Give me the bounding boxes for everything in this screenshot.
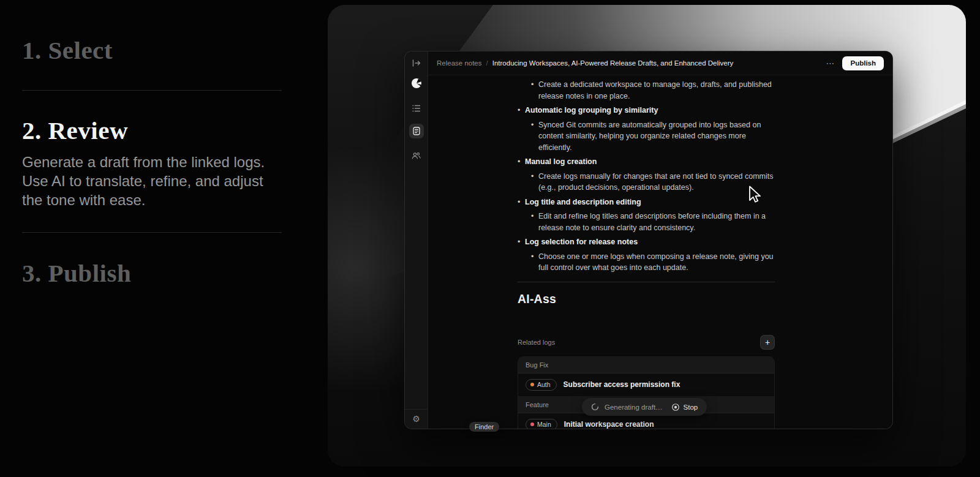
bullet-text: Log selection for release notes (525, 236, 638, 248)
step-divider (22, 232, 282, 233)
log-title: Subscriber access permission fix (564, 380, 680, 389)
page-canvas: 1. Select 2. Review Generate a draft fro… (0, 0, 980, 477)
step-2-heading: 2. Review (22, 116, 128, 145)
tag-label: Main (537, 421, 551, 428)
breadcrumb-section[interactable]: Release notes (437, 59, 482, 67)
bullet-marker: • (518, 156, 525, 168)
tag-color-dot (530, 423, 534, 426)
bullet-text: Create logs manually for changes that ar… (538, 171, 775, 193)
step-3-heading: 3. Publish (22, 258, 131, 288)
window-main: Release notes / Introducing Workspaces, … (428, 51, 892, 429)
breadcrumb-separator: / (486, 59, 488, 67)
step-1-heading: 1. Select (22, 36, 113, 65)
bullet-item: •Synced Git commits are automatically gr… (531, 119, 775, 154)
stop-icon (671, 403, 680, 411)
bullet-marker: • (531, 171, 538, 193)
bullet-marker: • (531, 251, 538, 274)
bullet-item: •Log selection for release notes (518, 236, 775, 248)
window-topbar: Release notes / Introducing Workspaces, … (428, 51, 892, 75)
bullet-text: Log title and description editing (525, 197, 641, 208)
bullet-marker: • (531, 211, 538, 233)
more-options-icon[interactable]: ⋯ (826, 60, 835, 66)
bullet-text: Synced Git commits are automatically gro… (538, 119, 775, 154)
add-log-button[interactable]: + (760, 335, 775, 350)
bullet-text: Edit and refine log titles and descripti… (538, 211, 775, 233)
stop-button[interactable]: Stop (671, 403, 698, 411)
feature-bullet-list: •Create a dedicated workspace to manage … (518, 75, 775, 274)
sidebar-rail: ⚙ (405, 51, 428, 429)
sidebar-expand-icon[interactable] (409, 56, 424, 70)
settings-gear-icon[interactable]: ⚙ (412, 415, 420, 423)
bullet-item: •Automatic log grouping by similarity (518, 105, 775, 116)
document-body: •Create a dedicated workspace to manage … (518, 75, 775, 429)
related-logs-label: Related logs (518, 339, 555, 346)
bullet-item: •Edit and refine log titles and descript… (531, 211, 775, 233)
bullet-item: •Create logs manually for changes that a… (531, 171, 775, 193)
bullet-marker: • (518, 197, 525, 208)
bullet-marker: • (531, 119, 538, 154)
mouse-cursor-icon (748, 186, 764, 206)
log-group-header: Bug Fix (518, 357, 774, 374)
section-heading: AI-Ass (518, 292, 775, 306)
bullet-item: •Choose one or more logs when composing … (531, 251, 775, 274)
bullet-item: •Log title and description editing (518, 197, 775, 208)
app-logo[interactable] (409, 76, 424, 91)
log-title: Initial workspace creation (564, 420, 654, 429)
bullet-marker: • (518, 236, 525, 248)
audience-icon[interactable] (409, 148, 424, 163)
log-tag-badge: Main (526, 419, 557, 430)
related-logs-header: Related logs + (518, 335, 775, 350)
generating-status-pill: Generating draft… Stop (582, 398, 707, 416)
bullet-item: •Create a dedicated workspace to manage … (531, 79, 775, 102)
bullet-text: Automatic log grouping by similarity (525, 105, 658, 116)
bullet-text: Create a dedicated workspace to manage l… (538, 79, 775, 102)
bullet-text: Choose one or more logs when composing a… (538, 251, 775, 274)
section-divider (518, 282, 775, 282)
log-row[interactable]: AuthSubscriber access permission fix (518, 374, 774, 397)
tag-label: Auth (537, 381, 551, 388)
breadcrumb-title: Introducing Workspaces, AI-Powered Relea… (492, 59, 734, 67)
stop-label: Stop (684, 404, 698, 411)
generating-label: Generating draft… (605, 404, 663, 411)
spinner-icon (591, 403, 599, 411)
finder-label: Finder (469, 422, 499, 432)
release-notes-icon[interactable] (409, 124, 424, 138)
tag-color-dot (530, 383, 534, 386)
bullet-item: •Manual log creation (518, 156, 775, 168)
related-logs-table: Bug FixAuthSubscriber access permission … (518, 356, 775, 430)
bullet-text: Manual log creation (525, 156, 597, 168)
step-divider (22, 90, 282, 91)
app-window: ⚙ Release notes / Introducing Workspaces… (404, 51, 893, 429)
publish-button[interactable]: Publish (842, 56, 884, 70)
log-tag-badge: Auth (526, 379, 557, 391)
log-list-icon[interactable] (409, 101, 424, 116)
bullet-marker: • (531, 79, 538, 102)
bullet-marker: • (518, 105, 525, 116)
step-2-description: Generate a draft from the linked logs. U… (22, 152, 278, 209)
sidebar-footer: ⚙ (405, 409, 428, 429)
